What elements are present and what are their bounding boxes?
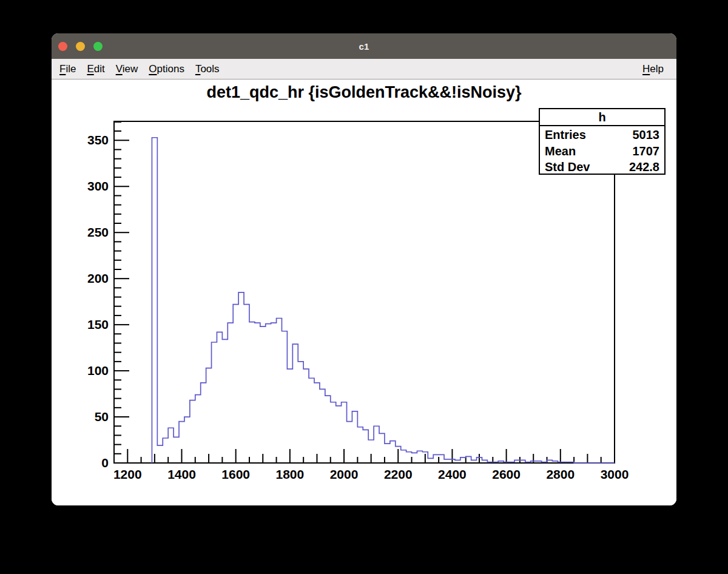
- stats-box[interactable]: h Entries 5013 Mean 1707 Std Dev 242.8: [539, 108, 666, 175]
- window-title: c1: [359, 41, 369, 52]
- svg-text:200: 200: [87, 271, 109, 285]
- minimize-window-icon[interactable]: [76, 42, 85, 51]
- stats-value: 1707: [633, 143, 660, 160]
- svg-text:2400: 2400: [438, 467, 467, 481]
- stats-label: Entries: [545, 127, 586, 143]
- stats-row-entries: Entries 5013: [545, 127, 659, 143]
- y-axis-ticks: [114, 122, 129, 463]
- y-axis-labels: 050100150200250300350: [87, 133, 109, 470]
- menu-file[interactable]: File: [54, 63, 81, 75]
- root-canvas-window: c1 File Edit View Options Tools Help det…: [52, 33, 676, 505]
- menu-options[interactable]: Options: [143, 63, 190, 75]
- svg-text:1800: 1800: [276, 467, 305, 481]
- menu-help[interactable]: Help: [637, 63, 669, 75]
- close-window-icon[interactable]: [58, 42, 67, 51]
- menu-view[interactable]: View: [110, 63, 144, 75]
- svg-text:300: 300: [87, 179, 109, 193]
- histogram-line: [152, 138, 615, 463]
- svg-text:2600: 2600: [492, 467, 521, 481]
- menu-bar: File Edit View Options Tools Help: [52, 59, 676, 79]
- svg-text:350: 350: [87, 133, 109, 147]
- svg-text:1200: 1200: [113, 467, 142, 481]
- stats-row-stddev: Std Dev 242.8: [545, 159, 659, 175]
- svg-text:150: 150: [87, 317, 109, 331]
- svg-text:0: 0: [101, 456, 109, 470]
- svg-text:1600: 1600: [221, 467, 250, 481]
- svg-text:2000: 2000: [330, 467, 359, 481]
- stats-rows: Entries 5013 Mean 1707 Std Dev 242.8: [540, 126, 664, 175]
- stats-row-mean: Mean 1707: [545, 143, 659, 160]
- plot-canvas: det1_qdc_hr {isGoldenTrack&&!isNoisy} 12…: [52, 79, 676, 505]
- stats-label: Std Dev: [545, 159, 590, 175]
- stats-label: Mean: [545, 143, 576, 160]
- svg-text:3000: 3000: [601, 467, 629, 481]
- window-titlebar[interactable]: c1: [52, 33, 676, 59]
- svg-text:100: 100: [87, 363, 109, 377]
- stats-value: 5013: [633, 127, 660, 143]
- menu-edit[interactable]: Edit: [81, 63, 110, 75]
- menu-tools[interactable]: Tools: [190, 63, 225, 75]
- x-axis-labels: 1200140016001800200022002400260028003000: [113, 467, 629, 481]
- stats-value: 242.8: [629, 159, 659, 175]
- svg-text:2200: 2200: [384, 467, 413, 481]
- traffic-lights: [58, 33, 103, 59]
- svg-text:50: 50: [95, 410, 109, 424]
- svg-text:2800: 2800: [546, 467, 575, 481]
- svg-text:1400: 1400: [167, 467, 196, 481]
- stats-box-title: h: [540, 109, 664, 126]
- desktop-background: c1 File Edit View Options Tools Help det…: [0, 0, 728, 574]
- zoom-window-icon[interactable]: [93, 42, 103, 51]
- svg-text:250: 250: [87, 225, 109, 239]
